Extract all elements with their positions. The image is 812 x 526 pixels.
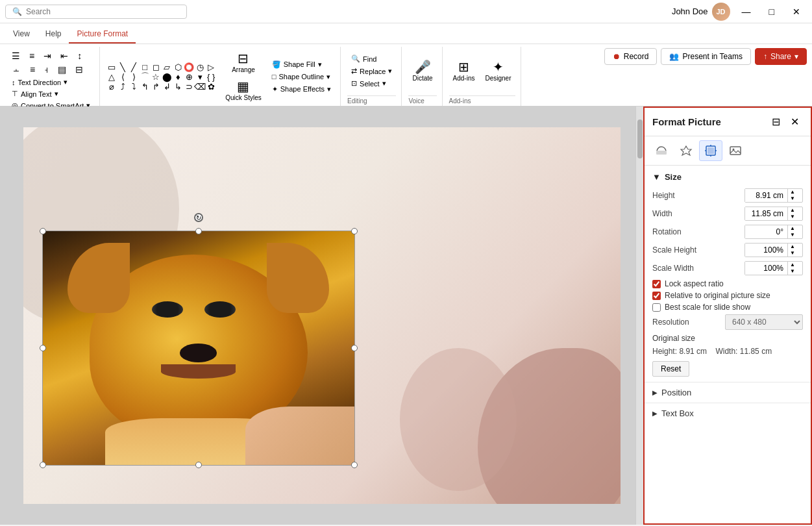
arrange-button[interactable]: ⊟ Arrange	[221, 49, 265, 76]
shape-12[interactable]: ⟨	[117, 72, 128, 81]
rotate-handle[interactable]: ↻	[194, 213, 203, 222]
handle-top-left[interactable]	[40, 228, 46, 234]
shape-14[interactable]: ⌒	[140, 72, 150, 81]
justify-button[interactable]: ▤	[54, 63, 70, 76]
handle-bottom-right[interactable]	[351, 462, 358, 468]
columns-button[interactable]: ⊟	[71, 63, 87, 76]
shape-26[interactable]: ↲	[162, 82, 172, 91]
scale-width-decrement[interactable]: ▼	[788, 268, 797, 275]
shape-22[interactable]: ⤴	[117, 82, 128, 91]
picture-container[interactable]: ↻	[43, 231, 354, 465]
designer-button[interactable]: ✦ Designer	[481, 58, 515, 84]
scroll-thumb[interactable]	[637, 119, 643, 158]
indent-button[interactable]: ⇥	[40, 49, 55, 62]
height-value[interactable]	[745, 189, 787, 202]
shape-16[interactable]: ⬤	[162, 72, 172, 81]
shape-6[interactable]: ▱	[162, 62, 172, 71]
shape-18[interactable]: ⊕	[184, 72, 194, 81]
shape-10[interactable]: ▷	[206, 62, 216, 71]
slide-area[interactable]: ↻	[0, 106, 643, 525]
shape-fill-button[interactable]: 🪣 Shape Fill ▾	[268, 59, 335, 70]
close-button[interactable]: ✕	[786, 4, 807, 19]
lock-aspect-label[interactable]: Lock aspect ratio	[665, 279, 724, 288]
handle-bottom-middle[interactable]	[195, 462, 202, 468]
shape-30[interactable]: ✿	[206, 82, 216, 91]
width-value[interactable]	[745, 207, 787, 220]
shape-5[interactable]: ◻	[151, 62, 161, 71]
scale-height-increment[interactable]: ▲	[788, 244, 797, 250]
resolution-select[interactable]: 640 x 480	[725, 314, 803, 330]
panel-close-button[interactable]: ✕	[787, 114, 803, 129]
shape-27[interactable]: ↳	[173, 82, 183, 91]
panel-collapse-button[interactable]: ⊟	[768, 114, 784, 129]
shape-2[interactable]: ╲	[117, 62, 128, 71]
rotation-value[interactable]	[745, 225, 787, 238]
position-section[interactable]: ▶ Position	[645, 382, 811, 403]
select-button[interactable]: ⊡ Select ▾	[347, 78, 396, 89]
width-input[interactable]: ▲ ▼	[744, 207, 803, 221]
scale-width-input[interactable]: ▲ ▼	[744, 261, 803, 275]
rotation-increment[interactable]: ▲	[788, 225, 797, 232]
handle-middle-left[interactable]	[40, 345, 46, 351]
panel-tab-picture[interactable]	[724, 140, 747, 161]
handle-bottom-left[interactable]	[40, 462, 46, 468]
height-increment[interactable]: ▲	[788, 189, 797, 195]
record-button[interactable]: ⏺ Record	[604, 48, 658, 65]
width-increment[interactable]: ▲	[788, 207, 797, 214]
handle-middle-right[interactable]	[351, 345, 358, 351]
bullets-button[interactable]: ☰	[8, 49, 24, 62]
numbering-button[interactable]: ≡	[25, 49, 38, 62]
minimize-button[interactable]: —	[735, 4, 757, 19]
tab-picture-format[interactable]: Picture Format	[69, 25, 136, 44]
doge-image[interactable]	[43, 231, 354, 465]
shape-21[interactable]: ⌀	[106, 82, 117, 91]
find-button[interactable]: 🔍 Find	[347, 53, 396, 64]
shape-3[interactable]: ╱	[129, 62, 139, 71]
shape-1[interactable]: ▭	[106, 62, 117, 71]
shape-7[interactable]: ⬡	[173, 62, 183, 71]
shape-more[interactable]: ▾	[195, 72, 205, 81]
rotation-decrement[interactable]: ▼	[788, 232, 797, 238]
handle-top-right[interactable]	[351, 228, 358, 234]
shape-8[interactable]: ⭕	[184, 62, 194, 71]
add-ins-button[interactable]: ⊞ Add-ins	[449, 58, 479, 84]
panel-tab-fill-line[interactable]	[650, 140, 673, 161]
shape-outline-button[interactable]: □ Shape Outline ▾	[268, 71, 335, 82]
scale-height-value[interactable]	[745, 244, 787, 257]
size-section-header[interactable]: ▼ Size	[645, 168, 811, 186]
panel-tab-effects[interactable]	[674, 140, 698, 161]
shape-24[interactable]: ↰	[140, 82, 150, 91]
search-input[interactable]	[26, 7, 169, 16]
lock-aspect-checkbox[interactable]	[652, 280, 661, 288]
rotation-input[interactable]: ▲ ▼	[744, 225, 803, 239]
scale-height-decrement[interactable]: ▼	[788, 250, 797, 257]
handle-top-middle[interactable]	[195, 228, 202, 234]
best-scale-label[interactable]: Best scale for slide show	[665, 303, 750, 312]
shape-29[interactable]: ⌫	[195, 82, 205, 91]
share-button[interactable]: ↑ Share ▾	[755, 48, 807, 65]
shape-15[interactable]: ☆	[151, 72, 161, 81]
relative-original-checkbox[interactable]	[652, 292, 661, 300]
shape-effects-button[interactable]: ✦ Shape Effects ▾	[268, 84, 335, 95]
align-text-button[interactable]: ⊤Align Text ▾	[8, 88, 62, 99]
maximize-button[interactable]: □	[763, 4, 781, 19]
relative-original-label[interactable]: Relative to original picture size	[665, 291, 770, 300]
tab-view[interactable]: View	[5, 25, 38, 44]
shape-17[interactable]: ♦	[173, 72, 183, 81]
align-right-button[interactable]: ⫞	[40, 63, 53, 76]
quick-styles-button[interactable]: ▦ Quick Styles	[221, 77, 265, 104]
dictate-button[interactable]: 🎤 Dictate	[408, 58, 436, 84]
shape-13[interactable]: ⟩	[129, 72, 139, 81]
best-scale-checkbox[interactable]	[652, 303, 661, 312]
shape-25[interactable]: ↱	[151, 82, 161, 91]
textbox-section[interactable]: ▶ Text Box	[645, 403, 811, 423]
shape-9[interactable]: ◷	[195, 62, 205, 71]
outdent-button[interactable]: ⇤	[56, 49, 72, 62]
shape-23[interactable]: ⤵	[129, 82, 139, 91]
scale-width-increment[interactable]: ▲	[788, 262, 797, 268]
panel-tab-size-properties[interactable]	[699, 140, 722, 161]
scale-height-input[interactable]: ▲ ▼	[744, 243, 803, 257]
shape-11[interactable]: △	[106, 72, 117, 81]
slide[interactable]: ↻	[23, 127, 621, 504]
line-spacing-button[interactable]: ↕	[73, 49, 86, 62]
